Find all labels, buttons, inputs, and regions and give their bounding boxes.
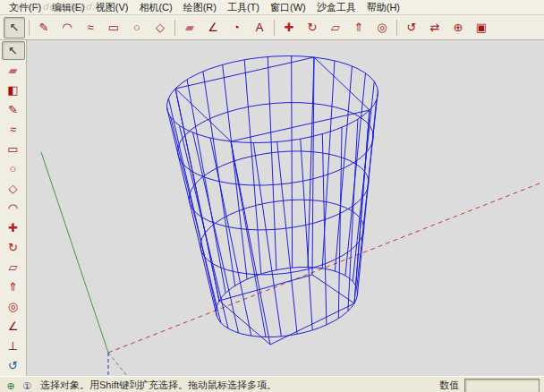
polygon-tool-button[interactable]: ◇: [2, 179, 25, 198]
push-pull-icon: ⇑: [354, 21, 364, 34]
toolbar-separator: [396, 20, 397, 36]
protractor-tool-button[interactable]: ◔: [225, 17, 247, 38]
left-toolbar: ↖▰◧✎≈▭○◇◠✚↻▱⇑◎∠⊥↺: [0, 40, 27, 376]
push-pull-tool-button[interactable]: ⇑: [348, 17, 370, 38]
measurements-label: 数值: [439, 379, 459, 392]
eraser-icon: ▰: [9, 64, 18, 77]
toolbar-separator: [274, 20, 275, 36]
tape-measure-icon: ∠: [8, 320, 19, 333]
menu-item-7[interactable]: 窗口(W): [265, 1, 311, 14]
protractor-icon: ◔: [233, 21, 240, 34]
toolbar-separator: [174, 20, 175, 36]
pan-icon: ⇄: [430, 21, 440, 34]
main-area: ↖▰◧✎≈▭○◇◠✚↻▱⇑◎∠⊥↺: [0, 40, 544, 376]
arc-icon: ◠: [8, 201, 18, 215]
text-icon: A: [256, 21, 264, 34]
rotate-icon: ↻: [8, 241, 18, 254]
eraser-tool-button[interactable]: ▰: [2, 61, 25, 80]
freehand-icon: ≈: [87, 21, 93, 34]
modeling-canvas[interactable]: [27, 40, 544, 376]
menu-item-2[interactable]: 编辑(E): [47, 1, 90, 14]
toolbar-separator: [29, 20, 30, 36]
tape-measure-icon: ∠: [208, 21, 218, 34]
arc-tool-button[interactable]: ◠: [2, 199, 25, 217]
menu-item-6[interactable]: 工具(T): [222, 1, 265, 14]
move-tool-button[interactable]: ✚: [2, 218, 25, 237]
paint-bucket-tool-button[interactable]: ◧: [2, 81, 25, 99]
scale-icon: ▱: [331, 21, 340, 34]
zoom-extents-tool-button[interactable]: ▣: [471, 17, 492, 38]
line-icon: ✎: [8, 103, 18, 116]
zoom-icon: ⊕: [454, 21, 463, 34]
rotate-tool-button[interactable]: ↻: [302, 17, 323, 38]
rectangle-tool-button[interactable]: ▭: [2, 140, 25, 158]
wireframe-cylinder-model[interactable]: [27, 40, 543, 376]
circle-tool-button[interactable]: ○: [126, 17, 148, 38]
freehand-tool-button[interactable]: ≈: [2, 120, 25, 139]
move-icon: ✚: [8, 221, 18, 234]
scale-icon: ▱: [9, 260, 18, 274]
polygon-icon: ◇: [9, 182, 18, 195]
rotate-icon: ↻: [308, 21, 318, 34]
push-pull-icon: ⇑: [8, 280, 18, 294]
freehand-tool-button[interactable]: ≈: [80, 17, 101, 38]
select-icon: ↖: [8, 44, 18, 57]
scale-tool-button[interactable]: ▱: [2, 258, 25, 277]
menu-item-8[interactable]: 沙盒工具: [311, 1, 361, 14]
select-tool-button[interactable]: ↖: [4, 17, 25, 38]
menu-item-4[interactable]: 相机(C): [133, 1, 177, 14]
select-icon: ↖: [10, 21, 20, 34]
tape-measure-tool-button[interactable]: ∠: [202, 17, 224, 38]
push-pull-tool-button[interactable]: ⇑: [2, 277, 25, 296]
menu-item-1[interactable]: 文件(F): [4, 1, 47, 14]
circle-tool-button[interactable]: ○: [2, 159, 25, 178]
text-tool-button[interactable]: A: [249, 17, 270, 38]
circle-icon: ○: [10, 162, 17, 175]
eraser-tool-button[interactable]: ▰: [179, 17, 200, 38]
zoom-extents-icon: ▣: [476, 21, 487, 34]
move-tool-button[interactable]: ✚: [278, 17, 300, 38]
sketchup-window: { "watermark": "www.download...", "menu"…: [0, 0, 544, 392]
menu-item-5[interactable]: 绘图(R): [178, 1, 222, 14]
tape-measure-tool-button[interactable]: ∠: [2, 317, 25, 336]
rotate-tool-button[interactable]: ↻: [2, 238, 25, 257]
status-bar: ⊕① 选择对象。用Shift键到扩充选择。拖动鼠标选择多项。 数值: [0, 376, 544, 392]
axes-icon: ⊥: [8, 339, 18, 353]
arc-tool-button[interactable]: ◠: [56, 17, 78, 38]
top-toolbar: ↖✎◠≈▭○◇▰∠◔A✚↻▱⇑◎↺⇄⊕▣: [0, 15, 544, 40]
axes-tool-button[interactable]: ⊥: [2, 337, 25, 355]
zoom-tool-button[interactable]: ⊕: [447, 17, 469, 38]
orbit-tool-button[interactable]: ↺: [2, 356, 25, 375]
freehand-icon: ≈: [10, 123, 16, 136]
geolocation-icon[interactable]: ⊕: [4, 379, 17, 392]
menu-item-9[interactable]: 帮助(H): [361, 1, 405, 14]
orbit-tool-button[interactable]: ↺: [401, 17, 422, 38]
circle-icon: ○: [133, 21, 140, 34]
rectangle-tool-button[interactable]: ▭: [103, 17, 124, 38]
orbit-icon: ↺: [407, 21, 417, 34]
polygon-tool-button[interactable]: ◇: [149, 17, 171, 38]
menu-bar: www.download... 文件(F)编辑(E)视图(V)相机(C)绘图(R…: [0, 0, 544, 15]
polygon-icon: ◇: [156, 21, 165, 34]
paint-bucket-icon: ◧: [7, 83, 18, 97]
orbit-icon: ↺: [8, 359, 18, 372]
rectangle-icon: ▭: [7, 142, 18, 156]
measurements-input[interactable]: [464, 379, 540, 392]
pan-tool-button[interactable]: ⇄: [424, 17, 446, 38]
scale-tool-button[interactable]: ▱: [325, 17, 346, 38]
rectangle-icon: ▭: [108, 21, 119, 34]
eraser-icon: ▰: [185, 21, 194, 34]
select-tool-button[interactable]: ↖: [2, 41, 25, 60]
move-icon: ✚: [285, 21, 294, 34]
line-icon: ✎: [39, 21, 49, 34]
status-hint-text: 选择对象。用Shift键到扩充选择。拖动鼠标选择多项。: [37, 379, 436, 392]
arc-icon: ◠: [62, 21, 72, 34]
offset-tool-button[interactable]: ◎: [371, 17, 393, 38]
offset-icon: ◎: [8, 300, 18, 313]
offset-icon: ◎: [377, 21, 387, 34]
line-tool-button[interactable]: ✎: [33, 17, 55, 38]
menu-item-3[interactable]: 视图(V): [90, 1, 134, 14]
offset-tool-button[interactable]: ◎: [2, 297, 25, 316]
line-tool-button[interactable]: ✎: [2, 100, 25, 119]
credits-icon[interactable]: ①: [21, 379, 33, 392]
